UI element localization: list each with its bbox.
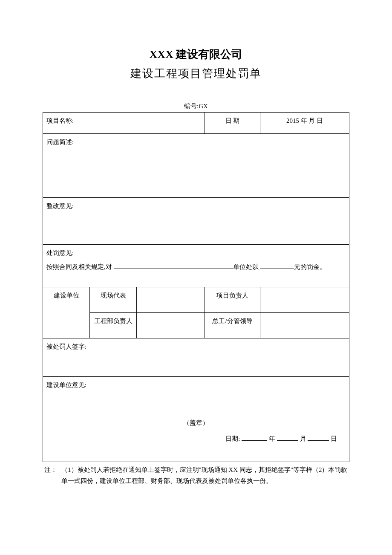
- penalty-text-part1: 按照合同及相关规定,对: [46, 263, 114, 270]
- penalty-amount-blank: [260, 269, 294, 269]
- project-name-cell: 项目名称:: [43, 113, 205, 134]
- penalty-opinion-label: 处罚意见:: [46, 249, 346, 257]
- problem-description-cell: 问题简述:: [43, 134, 349, 198]
- site-rep-label-cell: 现场代表: [90, 287, 137, 313]
- footnote-prefix: 注：: [44, 465, 57, 486]
- footnote-block: 注： （1）被处罚人若拒绝在通知单上签字时，应注明"现场通知 XX 同志，其拒绝…: [43, 465, 349, 486]
- date-label-cell: 日 期: [205, 113, 260, 134]
- penalty-sentence: 按照合同及相关规定,对 单位处以 元的罚金。: [46, 263, 346, 271]
- proj-lead-sign-cell: [260, 287, 349, 313]
- document-title: 建设工程项目管理处罚单: [43, 66, 349, 81]
- document-title-block: XXX 建设有限公司 建设工程项目管理处罚单: [43, 47, 349, 81]
- chief-lead-label-cell: 总工/分管领导: [205, 313, 260, 338]
- penalty-form-table: 项目名称: 日 期 2015 年 月 日 问题简述: 整改意见: 处罚意见: 按…: [43, 112, 349, 462]
- rectify-opinion-label: 整改意见:: [46, 202, 74, 209]
- serial-number-row: 编号:GX: [43, 102, 349, 110]
- day-blank: [308, 440, 329, 441]
- penalty-unit-blank: [114, 269, 233, 269]
- signature-date-line: 日期: 年 月 日: [46, 435, 346, 443]
- company-name: XXX 建设有限公司: [43, 47, 349, 62]
- dev-unit-label-cell: 建设单位: [43, 287, 90, 338]
- stamp-text: （盖章）: [46, 419, 346, 427]
- chief-lead-sign-cell: [260, 313, 349, 338]
- penalty-text-part3: 元的罚金。: [294, 263, 326, 270]
- penalized-sign-label: 被处罚人签字:: [46, 343, 86, 350]
- proj-lead-label-cell: 项目负责人: [205, 287, 260, 313]
- site-rep-sign-cell: [137, 287, 205, 313]
- day-suffix: 日: [331, 435, 337, 442]
- eng-lead-label-cell: 工程部负责人: [90, 313, 137, 338]
- eng-lead-sign-cell: [137, 313, 205, 338]
- penalty-opinion-cell: 处罚意见: 按照合同及相关规定,对 单位处以 元的罚金。: [43, 245, 349, 287]
- month-blank: [277, 440, 298, 441]
- month-suffix: 月: [300, 435, 306, 442]
- problem-description-label: 问题简述:: [46, 139, 74, 145]
- project-name-label: 项目名称:: [46, 117, 74, 124]
- rectify-opinion-cell: 整改意见:: [43, 198, 349, 245]
- penalty-text-part2: 单位处以: [233, 263, 260, 270]
- year-suffix: 年: [269, 435, 275, 442]
- dev-opinion-label: 建设单位意见:: [46, 381, 346, 389]
- dev-opinion-cell: 建设单位意见: （盖章） 日期: 年 月 日: [43, 377, 349, 462]
- date-value-cell: 2015 年 月 日: [260, 113, 349, 134]
- date-prefix: 日期:: [225, 435, 240, 442]
- year-blank: [242, 440, 267, 441]
- penalized-sign-cell: 被处罚人签字:: [43, 338, 349, 377]
- footnote-body: （1）被处罚人若拒绝在通知单上签字时，应注明"现场通知 XX 同志，其拒绝签字"…: [61, 465, 348, 486]
